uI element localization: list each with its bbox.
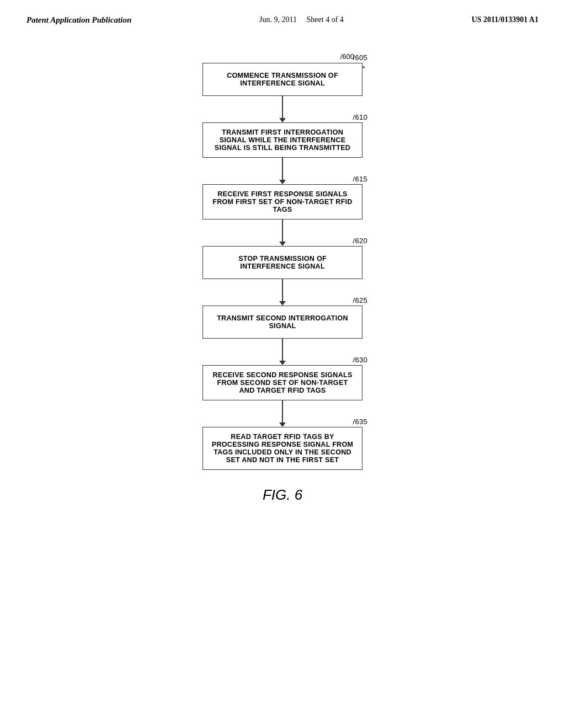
step-620-text: STOP TRANSMISSION OF INTERFERENCE SIGNAL <box>211 255 354 270</box>
step-630: /630 RECEIVE SECOND RESPONSE SIGNALS FRO… <box>202 365 363 400</box>
step-605: /605 COMMENCE TRANSMISSION OF INTERFEREN… <box>202 63 363 96</box>
step-625: /625 TRANSMIT SECOND INTERROGATION SIGNA… <box>202 306 363 339</box>
header-center: Jun. 9, 2011 Sheet 4 of 4 <box>259 15 344 24</box>
arrow-2 <box>282 158 283 180</box>
arrow-6 <box>282 400 283 422</box>
step-610-text: TRANSMIT FIRST INTERROGATION SIGNAL WHIL… <box>211 129 354 152</box>
label-625: /625 <box>353 296 367 304</box>
page-header: Patent Application Publication Jun. 9, 2… <box>0 0 565 30</box>
sheet-info: Sheet 4 of 4 <box>307 15 344 24</box>
publication-label: Patent Application Publication <box>26 15 131 25</box>
diagram-container: /600 → /605 COMMENCE TRANSMISSION OF INT… <box>0 30 565 515</box>
label-635: /635 <box>353 417 367 426</box>
step-625-text: TRANSMIT SECOND INTERROGATION SIGNAL <box>211 314 354 330</box>
patent-number: US 2011/0133901 A1 <box>472 15 539 24</box>
step-615: /615 RECEIVE FIRST RESPONSE SIGNALS FROM… <box>202 184 363 220</box>
arrow-4 <box>282 279 283 301</box>
step-615-text: RECEIVE FIRST RESPONSE SIGNALS FROM FIRS… <box>211 190 354 213</box>
step-635-text: READ TARGET RFID TAGS BY PROCESSING RESP… <box>211 433 354 464</box>
label-630: /630 <box>353 356 367 364</box>
label-620: /620 <box>353 237 367 245</box>
step-620: /620 STOP TRANSMISSION OF INTERFERENCE S… <box>202 246 363 279</box>
step-605-text: COMMENCE TRANSMISSION OF INTERFERENCE SI… <box>211 72 354 87</box>
label-605: /605 <box>353 53 367 62</box>
step-630-text: RECEIVE SECOND RESPONSE SIGNALS FROM SEC… <box>211 371 354 394</box>
flow-diagram: /605 COMMENCE TRANSMISSION OF INTERFEREN… <box>194 63 371 470</box>
ref-600-label: /600 <box>340 52 354 61</box>
arrow-3 <box>282 220 283 242</box>
step-610: /610 TRANSMIT FIRST INTERROGATION SIGNAL… <box>202 122 363 158</box>
arrow-5 <box>282 339 283 361</box>
label-610: /610 <box>353 113 367 121</box>
label-615: /615 <box>353 175 367 183</box>
figure-label: FIG. 6 <box>263 486 302 504</box>
step-635: /635 READ TARGET RFID TAGS BY PROCESSING… <box>202 427 363 470</box>
arrow-1 <box>282 96 283 118</box>
publication-date: Jun. 9, 2011 <box>259 15 297 24</box>
